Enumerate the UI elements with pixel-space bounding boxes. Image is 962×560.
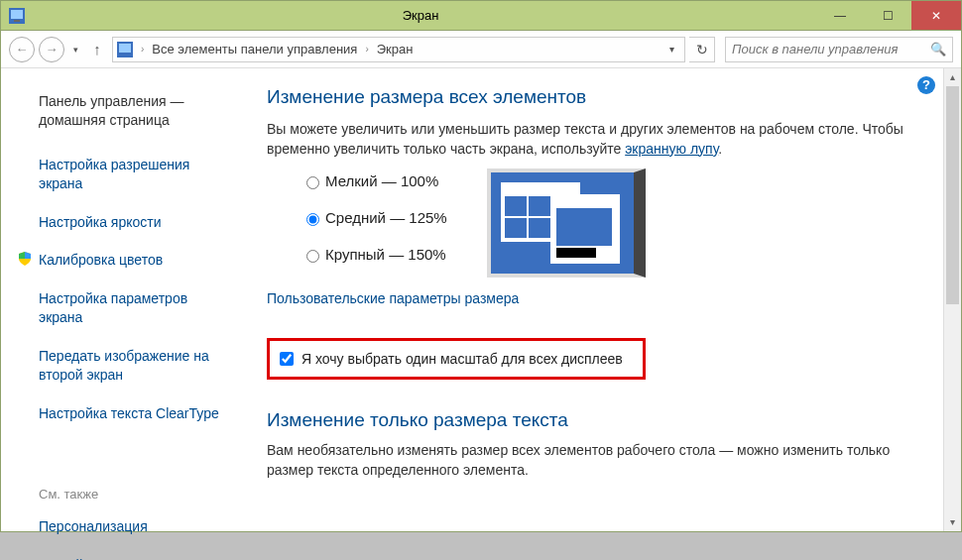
sidebar-link-color-calibration[interactable]: Калибровка цветов [39,251,163,270]
size-options-row: Мелкий — 100% Средний — 125% Крупный — 1… [306,172,919,282]
preview-image [487,168,646,278]
location-icon [117,42,133,57]
svg-rect-1 [11,10,23,19]
scroll-up-button[interactable]: ▴ [944,68,961,86]
sidebar-link-project[interactable]: Передать изображение навторой экран [39,347,241,385]
refresh-button[interactable]: ↻ [689,37,715,62]
search-input[interactable] [732,42,930,56]
shield-icon [17,251,33,267]
history-dropdown[interactable]: ▾ [68,45,82,55]
radio-small-input[interactable] [306,176,319,189]
app-icon [9,8,25,24]
sidebar-link-personalization[interactable]: Персонализация [39,517,241,536]
sidebar: Панель управления —домашняя страница Нас… [1,68,257,531]
close-button[interactable]: ✕ [911,1,961,30]
minimize-button[interactable]: — [816,1,864,30]
address-dropdown[interactable]: ▾ [663,44,680,55]
breadcrumb-sep-icon: › [137,44,148,55]
sidebar-link-cleartype[interactable]: Настройка текста ClearType [39,404,241,423]
main-panel: Изменение размера всех элементов Вы може… [257,68,961,531]
text-size-heading: Изменение только размера текста [267,409,919,431]
scroll-down-button[interactable]: ▾ [944,513,961,531]
search-icon[interactable]: 🔍 [930,42,946,56]
sidebar-link-brightness[interactable]: Настройка яркости [39,213,241,232]
content-area: ? Панель управления —домашняя страница Н… [1,68,961,531]
breadcrumb-all-items[interactable]: Все элементы панели управления [152,42,357,56]
radio-medium-input[interactable] [306,213,319,226]
svg-rect-2 [14,20,20,22]
page-heading: Изменение размера всех элементов [267,86,919,108]
same-scale-checkbox[interactable] [280,352,294,366]
svg-rect-4 [119,44,131,53]
highlighted-checkbox-row: Я хочу выбрать один масштаб для всех дис… [267,338,646,380]
back-button[interactable]: ← [9,37,35,62]
radio-large-input[interactable] [306,250,319,263]
breadcrumb-display[interactable]: Экран [377,42,414,56]
custom-scaling-link[interactable]: Пользовательские параметры размера [267,290,919,306]
sidebar-link-devices-printers[interactable]: Устройства и принтеры [39,556,241,560]
radio-medium[interactable]: Средний — 125% [306,209,447,226]
control-panel-home-link[interactable]: Панель управления —домашняя страница [39,92,241,130]
sidebar-link-display-settings[interactable]: Настройка параметровэкрана [39,289,241,327]
sidebar-link-resolution[interactable]: Настройка разрешенияэкрана [39,156,241,193]
navbar: ← → ▾ ↑ › Все элементы панели управления… [1,31,961,68]
intro-text: Вы можете увеличить или уменьшить размер… [267,120,919,159]
search-box[interactable]: 🔍 [725,37,953,62]
scrollbar[interactable]: ▴ ▾ [943,68,961,531]
see-also-header: См. также [39,487,241,502]
radio-small[interactable]: Мелкий — 100% [306,172,447,189]
window-title: Экран [25,8,816,23]
preview-window-2 [550,194,620,264]
window: Экран — ☐ ✕ ← → ▾ ↑ › Все элементы панел… [0,0,962,532]
window-buttons: — ☐ ✕ [816,1,961,30]
radio-large[interactable]: Крупный — 150% [306,246,447,263]
forward-button[interactable]: → [39,37,64,62]
maximize-button[interactable]: ☐ [864,1,911,30]
scale-radio-group: Мелкий — 100% Средний — 125% Крупный — 1… [306,172,447,282]
magnifier-link[interactable]: экранную лупу [625,141,718,157]
up-button[interactable]: ↑ [86,39,108,60]
titlebar[interactable]: Экран — ☐ ✕ [1,1,961,31]
breadcrumb-sep-icon: › [361,44,372,55]
scroll-thumb[interactable] [946,86,959,304]
address-bar[interactable]: › Все элементы панели управления › Экран… [112,37,685,62]
text-size-description: Вам необязательно изменять размер всех э… [267,441,919,480]
same-scale-label: Я хочу выбрать один масштаб для всех дис… [301,351,623,367]
